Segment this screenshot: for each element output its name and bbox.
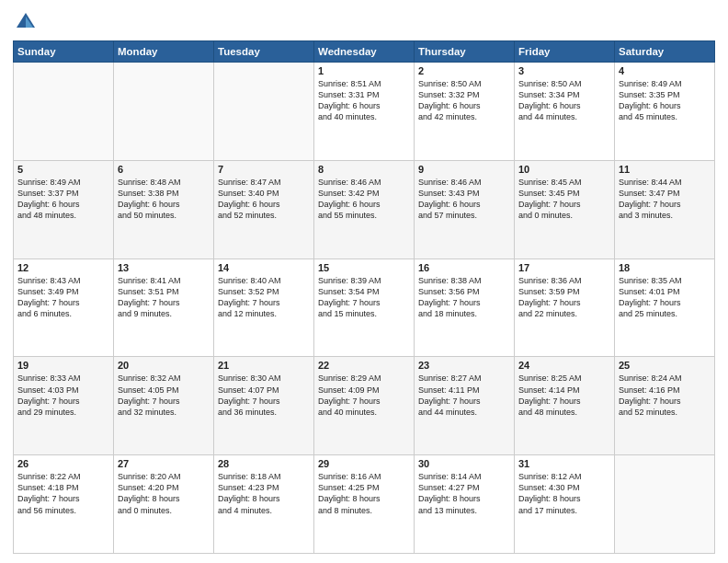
- cell-content: Sunrise: 8:48 AM Sunset: 3:38 PM Dayligh…: [118, 177, 210, 222]
- logo-icon: [13, 9, 39, 35]
- calendar-cell-w1d1: 6Sunrise: 8:48 AM Sunset: 3:38 PM Daylig…: [114, 160, 214, 259]
- day-number: 19: [17, 360, 109, 371]
- day-number: 8: [318, 164, 410, 175]
- day-number: 13: [118, 262, 210, 273]
- cell-content: Sunrise: 8:22 AM Sunset: 4:18 PM Dayligh…: [17, 471, 109, 516]
- cell-content: Sunrise: 8:14 AM Sunset: 4:27 PM Dayligh…: [418, 471, 510, 516]
- cell-content: Sunrise: 8:38 AM Sunset: 3:56 PM Dayligh…: [418, 275, 510, 320]
- calendar-cell-w1d0: 5Sunrise: 8:49 AM Sunset: 3:37 PM Daylig…: [14, 160, 114, 259]
- cell-content: Sunrise: 8:45 AM Sunset: 3:45 PM Dayligh…: [518, 177, 610, 222]
- week-row-0: 1Sunrise: 8:51 AM Sunset: 3:31 PM Daylig…: [14, 63, 715, 161]
- cell-content: Sunrise: 8:33 AM Sunset: 4:03 PM Dayligh…: [17, 373, 109, 418]
- cell-content: Sunrise: 8:44 AM Sunset: 3:47 PM Dayligh…: [619, 177, 711, 222]
- day-number: 14: [218, 262, 310, 273]
- day-number: 9: [418, 164, 510, 175]
- weekday-header-saturday: Saturday: [615, 41, 715, 63]
- day-number: 6: [118, 164, 210, 175]
- calendar-cell-w4d3: 29Sunrise: 8:16 AM Sunset: 4:25 PM Dayli…: [314, 455, 415, 554]
- cell-content: Sunrise: 8:12 AM Sunset: 4:30 PM Dayligh…: [518, 471, 610, 516]
- weekday-header-thursday: Thursday: [415, 41, 515, 63]
- calendar-cell-w1d2: 7Sunrise: 8:47 AM Sunset: 3:40 PM Daylig…: [214, 160, 314, 259]
- calendar-cell-w0d4: 2Sunrise: 8:50 AM Sunset: 3:32 PM Daylig…: [415, 63, 515, 161]
- day-number: 5: [17, 164, 109, 175]
- cell-content: Sunrise: 8:30 AM Sunset: 4:07 PM Dayligh…: [218, 373, 310, 418]
- day-number: 22: [318, 360, 410, 371]
- day-number: 3: [518, 65, 610, 76]
- cell-content: Sunrise: 8:39 AM Sunset: 3:54 PM Dayligh…: [318, 275, 410, 320]
- calendar-cell-w0d1: [114, 63, 214, 161]
- weekday-header-friday: Friday: [515, 41, 615, 63]
- calendar-cell-w1d6: 11Sunrise: 8:44 AM Sunset: 3:47 PM Dayli…: [615, 160, 715, 259]
- day-number: 17: [518, 262, 610, 273]
- day-number: 28: [218, 458, 310, 469]
- day-number: 4: [619, 65, 711, 76]
- calendar-cell-w0d3: 1Sunrise: 8:51 AM Sunset: 3:31 PM Daylig…: [314, 63, 415, 161]
- calendar-cell-w1d5: 10Sunrise: 8:45 AM Sunset: 3:45 PM Dayli…: [515, 160, 615, 259]
- week-row-3: 19Sunrise: 8:33 AM Sunset: 4:03 PM Dayli…: [14, 357, 715, 455]
- cell-content: Sunrise: 8:24 AM Sunset: 4:16 PM Dayligh…: [619, 373, 711, 418]
- day-number: 26: [17, 458, 109, 469]
- calendar-cell-w3d0: 19Sunrise: 8:33 AM Sunset: 4:03 PM Dayli…: [14, 357, 114, 455]
- calendar-cell-w0d0: [14, 63, 114, 161]
- calendar-cell-w4d5: 31Sunrise: 8:12 AM Sunset: 4:30 PM Dayli…: [515, 455, 615, 554]
- cell-content: Sunrise: 8:49 AM Sunset: 3:37 PM Dayligh…: [17, 177, 109, 222]
- week-row-1: 5Sunrise: 8:49 AM Sunset: 3:37 PM Daylig…: [14, 160, 715, 259]
- cell-content: Sunrise: 8:49 AM Sunset: 3:35 PM Dayligh…: [619, 78, 711, 123]
- calendar-cell-w2d3: 15Sunrise: 8:39 AM Sunset: 3:54 PM Dayli…: [314, 259, 415, 357]
- cell-content: Sunrise: 8:50 AM Sunset: 3:34 PM Dayligh…: [518, 78, 610, 123]
- cell-content: Sunrise: 8:27 AM Sunset: 4:11 PM Dayligh…: [418, 373, 510, 418]
- day-number: 25: [619, 360, 711, 371]
- day-number: 7: [218, 164, 310, 175]
- calendar-cell-w4d2: 28Sunrise: 8:18 AM Sunset: 4:23 PM Dayli…: [214, 455, 314, 554]
- calendar-cell-w4d1: 27Sunrise: 8:20 AM Sunset: 4:20 PM Dayli…: [114, 455, 214, 554]
- day-number: 27: [118, 458, 210, 469]
- cell-content: Sunrise: 8:25 AM Sunset: 4:14 PM Dayligh…: [518, 373, 610, 418]
- day-number: 2: [418, 65, 510, 76]
- calendar-cell-w0d6: 4Sunrise: 8:49 AM Sunset: 3:35 PM Daylig…: [615, 63, 715, 161]
- calendar-cell-w3d3: 22Sunrise: 8:29 AM Sunset: 4:09 PM Dayli…: [314, 357, 415, 455]
- calendar-cell-w2d1: 13Sunrise: 8:41 AM Sunset: 3:51 PM Dayli…: [114, 259, 214, 357]
- cell-content: Sunrise: 8:20 AM Sunset: 4:20 PM Dayligh…: [118, 471, 210, 516]
- calendar-cell-w3d1: 20Sunrise: 8:32 AM Sunset: 4:05 PM Dayli…: [114, 357, 214, 455]
- calendar-cell-w3d6: 25Sunrise: 8:24 AM Sunset: 4:16 PM Dayli…: [615, 357, 715, 455]
- day-number: 18: [619, 262, 711, 273]
- calendar-cell-w2d6: 18Sunrise: 8:35 AM Sunset: 4:01 PM Dayli…: [615, 259, 715, 357]
- cell-content: Sunrise: 8:51 AM Sunset: 3:31 PM Dayligh…: [318, 78, 410, 123]
- calendar-cell-w3d5: 24Sunrise: 8:25 AM Sunset: 4:14 PM Dayli…: [515, 357, 615, 455]
- cell-content: Sunrise: 8:50 AM Sunset: 3:32 PM Dayligh…: [418, 78, 510, 123]
- day-number: 30: [418, 458, 510, 469]
- calendar-cell-w4d4: 30Sunrise: 8:14 AM Sunset: 4:27 PM Dayli…: [415, 455, 515, 554]
- cell-content: Sunrise: 8:47 AM Sunset: 3:40 PM Dayligh…: [218, 177, 310, 222]
- calendar-cell-w2d5: 17Sunrise: 8:36 AM Sunset: 3:59 PM Dayli…: [515, 259, 615, 357]
- cell-content: Sunrise: 8:18 AM Sunset: 4:23 PM Dayligh…: [218, 471, 310, 516]
- weekday-header-wednesday: Wednesday: [314, 41, 415, 63]
- week-row-2: 12Sunrise: 8:43 AM Sunset: 3:49 PM Dayli…: [14, 259, 715, 357]
- day-number: 20: [118, 360, 210, 371]
- day-number: 29: [318, 458, 410, 469]
- day-number: 10: [518, 164, 610, 175]
- day-number: 21: [218, 360, 310, 371]
- cell-content: Sunrise: 8:35 AM Sunset: 4:01 PM Dayligh…: [619, 275, 711, 320]
- calendar-cell-w3d2: 21Sunrise: 8:30 AM Sunset: 4:07 PM Dayli…: [214, 357, 314, 455]
- calendar-cell-w1d3: 8Sunrise: 8:46 AM Sunset: 3:42 PM Daylig…: [314, 160, 415, 259]
- header: [13, 9, 715, 35]
- calendar-cell-w2d2: 14Sunrise: 8:40 AM Sunset: 3:52 PM Dayli…: [214, 259, 314, 357]
- day-number: 1: [318, 65, 410, 76]
- calendar-cell-w2d4: 16Sunrise: 8:38 AM Sunset: 3:56 PM Dayli…: [415, 259, 515, 357]
- cell-content: Sunrise: 8:40 AM Sunset: 3:52 PM Dayligh…: [218, 275, 310, 320]
- weekday-header-row: SundayMondayTuesdayWednesdayThursdayFrid…: [14, 41, 715, 63]
- cell-content: Sunrise: 8:29 AM Sunset: 4:09 PM Dayligh…: [318, 373, 410, 418]
- day-number: 23: [418, 360, 510, 371]
- weekday-header-sunday: Sunday: [14, 41, 114, 63]
- day-number: 15: [318, 262, 410, 273]
- day-number: 11: [619, 164, 711, 175]
- cell-content: Sunrise: 8:36 AM Sunset: 3:59 PM Dayligh…: [518, 275, 610, 320]
- day-number: 12: [17, 262, 109, 273]
- cell-content: Sunrise: 8:43 AM Sunset: 3:49 PM Dayligh…: [17, 275, 109, 320]
- page: SundayMondayTuesdayWednesdayThursdayFrid…: [0, 0, 728, 563]
- week-row-4: 26Sunrise: 8:22 AM Sunset: 4:18 PM Dayli…: [14, 455, 715, 554]
- day-number: 24: [518, 360, 610, 371]
- calendar-cell-w3d4: 23Sunrise: 8:27 AM Sunset: 4:11 PM Dayli…: [415, 357, 515, 455]
- cell-content: Sunrise: 8:32 AM Sunset: 4:05 PM Dayligh…: [118, 373, 210, 418]
- calendar-cell-w0d5: 3Sunrise: 8:50 AM Sunset: 3:34 PM Daylig…: [515, 63, 615, 161]
